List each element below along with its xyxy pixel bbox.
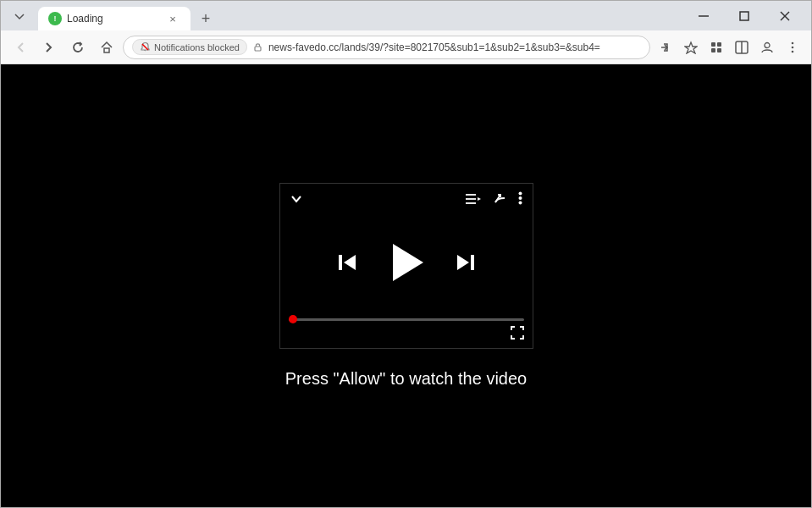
svg-point-15 xyxy=(765,42,770,47)
svg-marker-22 xyxy=(478,197,481,201)
forward-button[interactable] xyxy=(36,35,62,60)
video-fullscreen-button[interactable] xyxy=(511,324,524,340)
close-button[interactable] xyxy=(765,3,804,30)
new-tab-button[interactable]: + xyxy=(194,7,218,30)
svg-marker-28 xyxy=(457,255,469,270)
tab-area: ! Loading × + xyxy=(38,1,681,30)
title-bar: ! Loading × + xyxy=(1,1,811,30)
notifications-blocked-label: Notifications blocked xyxy=(154,42,240,52)
svg-rect-9 xyxy=(711,42,715,47)
share-button[interactable] xyxy=(654,36,677,59)
back-button[interactable] xyxy=(8,35,33,60)
video-top-controls xyxy=(280,184,533,212)
svg-point-16 xyxy=(792,41,794,44)
refresh-button[interactable] xyxy=(65,35,91,60)
video-bottom-controls xyxy=(280,313,533,348)
extensions-button[interactable] xyxy=(704,36,728,59)
maximize-button[interactable] xyxy=(725,3,764,30)
video-fullscreen-row xyxy=(289,324,524,340)
video-caption: Press "Allow" to watch the video xyxy=(285,369,527,389)
svg-line-5 xyxy=(142,44,148,50)
bell-icon xyxy=(140,41,151,52)
svg-rect-11 xyxy=(711,48,715,52)
home-button[interactable] xyxy=(94,35,119,60)
page-content: Press "Allow" to watch the video xyxy=(1,64,811,507)
video-top-right-controls xyxy=(466,190,522,205)
video-play-button[interactable] xyxy=(388,244,425,281)
svg-rect-12 xyxy=(717,48,721,52)
account-button[interactable] xyxy=(755,36,779,59)
video-next-button[interactable] xyxy=(456,253,476,272)
svg-rect-1 xyxy=(740,12,748,20)
svg-rect-6 xyxy=(255,47,261,51)
video-player xyxy=(279,183,533,349)
active-tab[interactable]: ! Loading × xyxy=(38,7,191,30)
bookmark-button[interactable] xyxy=(679,36,703,59)
nav-bar: Notifications blocked news-favedo.cc/lan… xyxy=(1,30,811,64)
tab-close-button[interactable]: × xyxy=(165,11,180,26)
nav-actions xyxy=(654,36,804,59)
svg-rect-27 xyxy=(339,255,342,270)
tab-favicon: ! xyxy=(48,12,62,25)
video-more-icon[interactable] xyxy=(518,190,522,205)
svg-rect-10 xyxy=(717,42,721,47)
lock-icon xyxy=(252,41,263,52)
svg-point-25 xyxy=(518,202,522,205)
window-controls xyxy=(684,3,804,30)
video-playlist-icon[interactable] xyxy=(466,190,481,204)
video-playback-controls xyxy=(280,212,533,313)
tab-strip-chevron[interactable] xyxy=(8,4,31,28)
video-chevron-down[interactable] xyxy=(290,190,302,204)
address-url: news-favedo.cc/lands/39/?site=8021705&su… xyxy=(268,41,641,53)
notifications-blocked-badge[interactable]: Notifications blocked xyxy=(132,39,247,55)
video-progress-bar[interactable] xyxy=(289,318,524,321)
video-share-icon[interactable] xyxy=(493,190,506,205)
tab-title: Loading xyxy=(67,13,160,25)
address-bar[interactable]: Notifications blocked news-favedo.cc/lan… xyxy=(123,36,650,59)
minimize-button[interactable] xyxy=(684,3,723,30)
svg-rect-29 xyxy=(471,255,474,270)
split-view-button[interactable] xyxy=(730,36,754,59)
video-previous-button[interactable] xyxy=(337,253,357,272)
svg-point-18 xyxy=(792,50,794,52)
browser-window: ! Loading × + xyxy=(0,0,812,508)
svg-marker-26 xyxy=(344,255,356,270)
menu-button[interactable] xyxy=(781,36,804,59)
svg-point-24 xyxy=(518,196,522,200)
svg-point-17 xyxy=(792,46,794,48)
svg-rect-4 xyxy=(104,48,109,52)
svg-point-23 xyxy=(518,192,522,196)
svg-marker-8 xyxy=(685,42,697,53)
video-progress-dot xyxy=(289,315,297,323)
